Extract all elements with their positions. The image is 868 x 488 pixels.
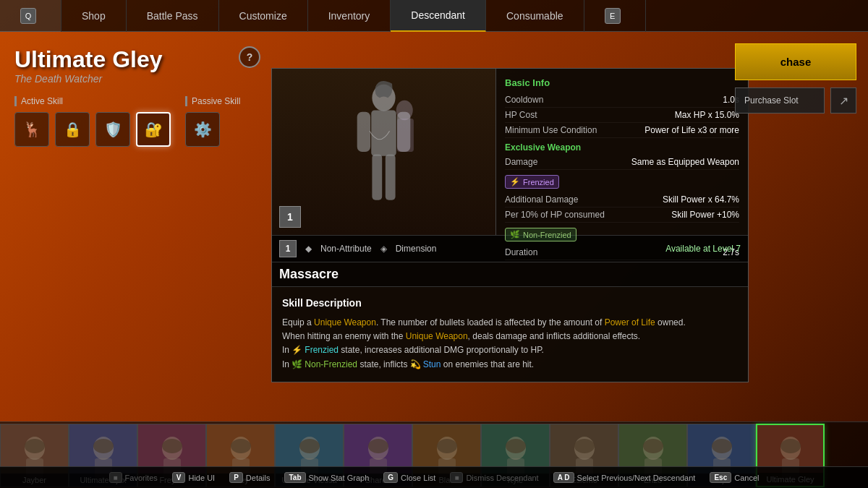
bottom-label-4: Close List bbox=[401, 474, 435, 482]
svg-point-43 bbox=[574, 439, 595, 453]
svg-point-31 bbox=[368, 439, 388, 453]
nav-descendant[interactable]: Descendant bbox=[391, 0, 486, 32]
nav-shop[interactable]: Shop bbox=[61, 0, 127, 32]
bottom-item-3: TabShow Stat Graph bbox=[284, 472, 369, 483]
skill-attribute-icon: ◆ bbox=[305, 244, 312, 254]
skill-icon-1[interactable]: 🔒 bbox=[55, 112, 90, 147]
skill-image: 1 bbox=[272, 69, 496, 235]
bottom-label-0: Favorites bbox=[125, 474, 158, 482]
skill-popup: 1 Basic Info Cooldown 1.0s HP Cost bbox=[271, 68, 749, 382]
non-frenzied-badge-row: 🌿 Non-Frenzied bbox=[505, 226, 739, 243]
svg-rect-4 bbox=[372, 154, 382, 200]
bottom-item-4: GClose List bbox=[383, 472, 435, 483]
skill-icon-0[interactable]: 🦌 bbox=[14, 112, 49, 147]
stat-per-hp: Per 10% of HP consumed Skill Power +10% bbox=[505, 207, 739, 223]
skill-desc-title: Skill Description bbox=[282, 297, 738, 309]
key-badge-1[interactable]: V bbox=[172, 472, 186, 483]
bottom-label-7: Cancel bbox=[734, 474, 759, 482]
svg-point-11 bbox=[25, 439, 45, 453]
popup-description: Skill Description Equip a Unique Weapon.… bbox=[272, 286, 748, 382]
passive-skill-icons: ⚙️ bbox=[185, 112, 240, 147]
svg-point-55 bbox=[780, 439, 801, 453]
bottom-label-5: Dismiss Descendant bbox=[466, 474, 538, 482]
svg-point-35 bbox=[437, 439, 457, 453]
svg-point-15 bbox=[93, 439, 114, 453]
skill-type: Dimension bbox=[396, 244, 437, 254]
nav-customize[interactable]: Customize bbox=[219, 0, 308, 32]
svg-point-19 bbox=[162, 439, 182, 453]
purchase-slot-row: Purchase Slot ↗ bbox=[735, 87, 856, 114]
nav-inventory[interactable]: Inventory bbox=[308, 0, 391, 32]
skill-availability: Available at Level 7 bbox=[665, 244, 741, 254]
e-key-icon: E bbox=[605, 8, 621, 24]
skill-number-badge: 1 bbox=[279, 206, 301, 228]
frenzied-badge-row: ⚡ Frenzied bbox=[505, 174, 739, 190]
skill-num-small: 1 bbox=[279, 240, 297, 257]
svg-point-27 bbox=[299, 439, 320, 453]
skill-icon-2[interactable]: 🛡️ bbox=[95, 112, 130, 147]
key-badge-5: ■ bbox=[450, 472, 463, 483]
basic-info-title: Basic Info bbox=[505, 77, 739, 88]
purchase-button[interactable]: chase bbox=[735, 43, 856, 80]
nav-e-icon[interactable]: E bbox=[584, 0, 646, 32]
bottom-item-7: EscCancel bbox=[710, 472, 759, 483]
svg-point-39 bbox=[506, 439, 526, 453]
key-badge-4[interactable]: G bbox=[383, 472, 398, 483]
svg-point-23 bbox=[231, 439, 251, 453]
key-badge-7[interactable]: Esc bbox=[710, 472, 731, 483]
active-skill-icons: 🦌 🔒 🛡️ 🔐 bbox=[14, 112, 171, 147]
power-of-life-link[interactable]: Power of Life bbox=[605, 317, 655, 328]
bottom-label-6: Select Previous/Next Descendant bbox=[577, 474, 696, 482]
skill-attribute: Non-Attribute bbox=[320, 244, 372, 254]
bottom-item-6: A DSelect Previous/Next Descendant bbox=[553, 472, 696, 483]
key-badge-0: ■ bbox=[109, 472, 122, 483]
nav-q-icon[interactable]: Q bbox=[0, 0, 61, 32]
bottom-bar: ■FavoritesVHide UIPDetailsTabShow Stat G… bbox=[0, 466, 868, 488]
nav-battlepass[interactable]: Battle Pass bbox=[127, 0, 219, 32]
frenzied-badge: ⚡ Frenzied bbox=[505, 175, 559, 189]
svg-point-6 bbox=[396, 100, 413, 121]
non-frenzied-inline: 🌿 Non-Frenzied bbox=[292, 358, 357, 372]
bottom-label-2: Details bbox=[246, 474, 271, 482]
active-skill-label: Active Skill bbox=[14, 96, 171, 106]
stat-hp-cost: HP Cost Max HP x 15.0% bbox=[505, 108, 739, 123]
left-panel: ? Ultimate Gley The Death Watcher Active… bbox=[0, 32, 275, 466]
skill-icon-passive-0[interactable]: ⚙️ bbox=[185, 112, 220, 147]
nav-consumable[interactable]: Consumable bbox=[486, 0, 584, 32]
bottom-item-1: VHide UI bbox=[172, 472, 215, 483]
stat-addl-damage: Additional Damage Skill Power x 64.7% bbox=[505, 192, 739, 207]
character-subtitle: The Death Watcher bbox=[14, 73, 260, 85]
unique-weapon-link-1[interactable]: Unique Weapon bbox=[314, 317, 376, 328]
stat-min-use: Minimum Use Condition Power of Life x3 o… bbox=[505, 123, 739, 138]
svg-point-47 bbox=[643, 439, 663, 453]
stun-inline: 💫 Stun bbox=[410, 358, 441, 372]
bottom-item-5: ■Dismiss Descendant bbox=[450, 472, 538, 483]
skill-type-icon: ◈ bbox=[380, 244, 387, 254]
skills-row: Active Skill 🦌 🔒 🛡️ 🔐 Passive Skill ⚙️ bbox=[14, 96, 260, 151]
help-button[interactable]: ? bbox=[239, 46, 260, 68]
character-figure bbox=[272, 69, 495, 235]
purchase-slot-button[interactable]: Purchase Slot bbox=[735, 87, 825, 114]
frenzied-inline: ⚡ Frenzied bbox=[292, 343, 339, 357]
skill-name: Massacre bbox=[279, 267, 339, 281]
svg-rect-1 bbox=[371, 111, 396, 156]
key-badge-3[interactable]: Tab bbox=[284, 472, 305, 483]
svg-point-51 bbox=[712, 439, 732, 453]
non-frenzied-badge: 🌿 Non-Frenzied bbox=[505, 228, 576, 241]
active-skill-group: Active Skill 🦌 🔒 🛡️ 🔐 bbox=[14, 96, 171, 151]
key-badge-2[interactable]: P bbox=[229, 472, 243, 483]
character-name: Ultimate Gley bbox=[14, 46, 260, 73]
svg-rect-7 bbox=[397, 119, 414, 152]
passive-skill-group: Passive Skill ⚙️ bbox=[185, 96, 240, 151]
skill-name-display: Massacre bbox=[272, 262, 748, 286]
skill-icon-3[interactable]: 🔐 bbox=[136, 112, 171, 147]
top-navigation: Q Shop Battle Pass Customize Inventory D… bbox=[0, 0, 868, 32]
stat-damage: Damage Same as Equipped Weapon bbox=[505, 155, 739, 170]
unique-weapon-link-2[interactable]: Unique Weapon bbox=[406, 331, 468, 341]
share-button[interactable]: ↗ bbox=[830, 87, 856, 114]
exclusive-weapon-label: Exclusive Weapon bbox=[505, 142, 739, 153]
key-badge-6[interactable]: A D bbox=[553, 472, 574, 483]
q-key-icon: Q bbox=[20, 8, 36, 24]
skill-stats-panel: Basic Info Cooldown 1.0s HP Cost Max HP … bbox=[496, 69, 748, 235]
bottom-label-3: Show Stat Graph bbox=[309, 474, 370, 482]
